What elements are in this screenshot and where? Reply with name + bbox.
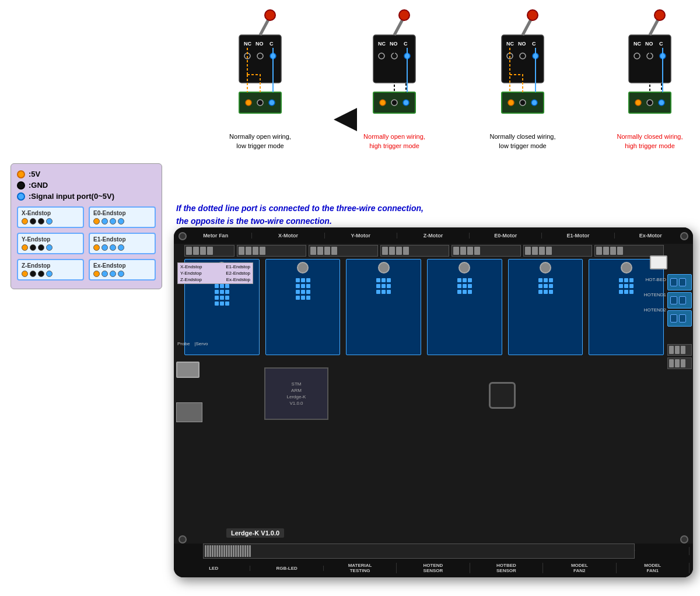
driver-pin bbox=[301, 284, 305, 288]
fpc-pin bbox=[247, 545, 249, 557]
capacitor bbox=[297, 262, 309, 274]
switch-diagrams-svg: NC NO C NC NO C bbox=[192, 6, 694, 201]
svg-point-12 bbox=[269, 100, 275, 106]
pin bbox=[102, 244, 108, 251]
driver-pin bbox=[215, 296, 219, 300]
svg-point-2 bbox=[265, 10, 275, 20]
svg-text:C: C bbox=[404, 41, 408, 47]
board-name-label: Lerdge-K V1.0.0 bbox=[226, 528, 284, 538]
driver-pin bbox=[225, 290, 229, 294]
motor-conn-e0 bbox=[452, 245, 521, 257]
power-inductor bbox=[489, 382, 516, 409]
pin bbox=[46, 271, 52, 277]
conn-pin bbox=[239, 247, 244, 255]
conn-pin bbox=[617, 247, 623, 255]
driver-pin bbox=[220, 296, 224, 300]
pcb-board: Metor Fan X-Motor Y-Motor Z-Motor E0-Mot… bbox=[174, 227, 693, 577]
motor-conn-y bbox=[309, 245, 378, 257]
mounting-hole-bl bbox=[178, 535, 187, 544]
pin bbox=[38, 271, 44, 277]
conn-pin bbox=[389, 247, 395, 255]
dot-black bbox=[17, 181, 25, 190]
svg-text:NO: NO bbox=[256, 41, 264, 47]
svg-point-27 bbox=[380, 100, 386, 106]
driver-pin bbox=[629, 278, 634, 282]
driver-pin bbox=[624, 290, 628, 294]
chip-text: STMARMLerdge-KV1.0.0 bbox=[287, 381, 306, 407]
pin bbox=[93, 271, 100, 277]
hotbed-label: HOT-BED bbox=[644, 277, 666, 282]
probe-servo-labels: Probe |Servo bbox=[177, 341, 208, 346]
fpc-pin bbox=[209, 545, 211, 557]
conn-pin bbox=[596, 247, 602, 255]
driver-pin bbox=[468, 290, 472, 294]
svg-text:Normally open wiring,: Normally open wiring, bbox=[363, 133, 425, 140]
fan-conn-2 bbox=[667, 357, 692, 369]
svg-text:NO: NO bbox=[645, 41, 653, 47]
svg-text:low trigger mode: low trigger mode bbox=[499, 142, 546, 149]
svg-text:high trigger mode: high trigger mode bbox=[625, 142, 675, 149]
hotend2-label: HOTEND2 bbox=[644, 307, 666, 313]
svg-text:NC: NC bbox=[244, 41, 251, 47]
pcb-bottom-led: LED bbox=[177, 566, 250, 571]
fpc-connector bbox=[203, 544, 635, 559]
conn-pin bbox=[310, 247, 316, 255]
endstop-row: Y-Endstop E2-Endstop bbox=[180, 271, 250, 276]
capacitor bbox=[459, 262, 470, 274]
e1-endstop-label: E1-Endstop bbox=[93, 236, 151, 243]
capacitor bbox=[540, 262, 551, 274]
driver-pin bbox=[549, 290, 553, 294]
servo-label: |Servo bbox=[194, 341, 208, 346]
svg-point-58 bbox=[647, 100, 653, 106]
fpc-pin bbox=[230, 545, 232, 557]
driver-module-e0 bbox=[427, 259, 502, 355]
sd-card bbox=[176, 402, 202, 422]
legend-5v-label: :5V bbox=[29, 170, 40, 178]
fpc-pin bbox=[244, 545, 246, 557]
conn-pin bbox=[186, 247, 192, 255]
conn-pin bbox=[474, 247, 480, 255]
pin bbox=[30, 218, 36, 225]
pcb-bottom-modelfan1: MODELFAN1 bbox=[617, 563, 690, 573]
mounting-hole-tl bbox=[178, 232, 187, 240]
svg-point-23 bbox=[379, 53, 384, 59]
power-connector bbox=[650, 255, 667, 269]
driver-pin bbox=[619, 290, 623, 294]
svg-text:NC: NC bbox=[506, 41, 514, 47]
svg-text:C: C bbox=[270, 41, 274, 47]
svg-point-43 bbox=[520, 100, 526, 106]
fpc-pin bbox=[249, 545, 251, 557]
pcb-label-ymotor: Y-Motor bbox=[325, 233, 397, 239]
conn-pin bbox=[253, 247, 258, 255]
driver-pin bbox=[376, 290, 380, 294]
svg-point-39 bbox=[520, 53, 526, 59]
conn-pin bbox=[610, 247, 616, 255]
instruction-line1: If the dotted line port is connected to … bbox=[176, 202, 678, 215]
motor-conn-ex bbox=[594, 245, 664, 257]
svg-text:C: C bbox=[659, 41, 663, 47]
conn-pin bbox=[382, 247, 388, 255]
conn-pin bbox=[317, 247, 323, 255]
svg-text:high trigger mode: high trigger mode bbox=[369, 142, 419, 149]
driver-pin bbox=[624, 284, 628, 288]
usb-port bbox=[176, 362, 200, 378]
board-endstop-overlay: X-Endstop E1-Endstop Y-Endstop E2-Endsto… bbox=[177, 262, 253, 284]
conn-pin bbox=[403, 247, 409, 255]
pin bbox=[46, 244, 52, 251]
driver-pin bbox=[296, 278, 300, 282]
driver-pin bbox=[301, 278, 305, 282]
driver-module-z bbox=[346, 259, 421, 355]
driver-pin bbox=[629, 284, 634, 288]
driver-pin bbox=[382, 284, 386, 288]
main-chip: STMARMLerdge-KV1.0.0 bbox=[264, 367, 328, 420]
conn-pin bbox=[246, 247, 251, 255]
driver-pin bbox=[306, 278, 310, 282]
driver-pin bbox=[463, 290, 467, 294]
pin bbox=[110, 218, 116, 225]
endstop-row: X-Endstop E1-Endstop bbox=[180, 264, 250, 269]
pcb-label-xmotor: X-Motor bbox=[252, 233, 324, 239]
pin bbox=[93, 244, 100, 251]
driver-pin bbox=[463, 278, 467, 282]
ex-endstop-cell: Ex-Endstop bbox=[89, 259, 156, 281]
x-endstop-cell: X-Endstop bbox=[17, 206, 84, 228]
